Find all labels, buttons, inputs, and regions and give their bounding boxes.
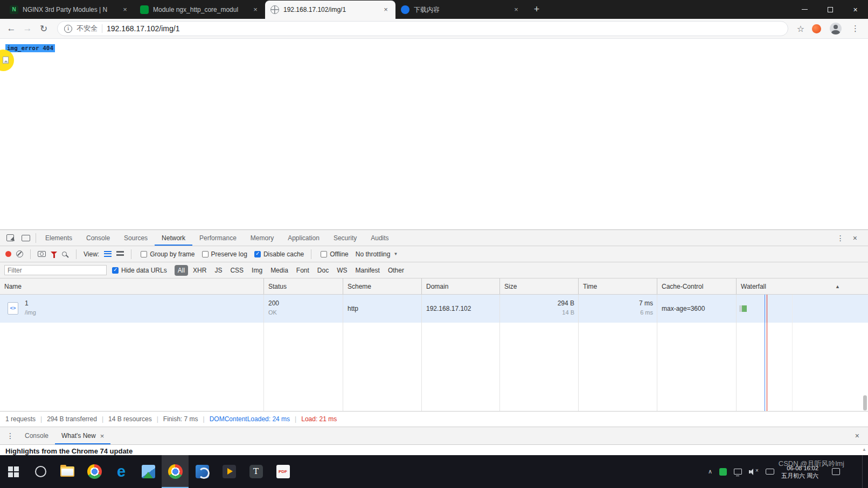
group-by-frame-checkbox[interactable]: Group by frame bbox=[141, 250, 195, 258]
edge-button[interactable]: e bbox=[108, 455, 135, 488]
blue-app-button[interactable] bbox=[189, 455, 216, 488]
column-header-domain[interactable]: Domain bbox=[422, 278, 500, 294]
column-header-name[interactable]: Name bbox=[0, 278, 264, 294]
bookmark-star-icon[interactable]: ☆ bbox=[797, 24, 804, 34]
typora-button[interactable]: T bbox=[242, 455, 269, 488]
offline-checkbox[interactable]: Offline bbox=[321, 250, 348, 258]
tray-display-icon[interactable] bbox=[734, 469, 742, 475]
filter-pill-css[interactable]: CSS bbox=[227, 265, 247, 276]
tab-close-icon[interactable]: × bbox=[512, 5, 520, 14]
filter-funnel-icon[interactable] bbox=[51, 252, 57, 255]
filter-pill-js[interactable]: JS bbox=[211, 265, 225, 276]
profile-avatar[interactable] bbox=[830, 23, 842, 34]
tab-close-icon[interactable]: × bbox=[251, 5, 260, 14]
notification-center-icon[interactable] bbox=[832, 468, 840, 475]
filter-pill-xhr[interactable]: XHR bbox=[190, 265, 210, 276]
typora-icon: T bbox=[249, 465, 263, 478]
file-explorer-button[interactable] bbox=[54, 455, 81, 488]
preserve-log-checkbox[interactable]: Preserve log bbox=[202, 250, 247, 258]
show-desktop-divider[interactable] bbox=[862, 455, 863, 488]
pdf-reader-button[interactable]: PDF bbox=[269, 455, 296, 488]
tab-close-icon[interactable]: × bbox=[121, 5, 129, 14]
column-header-scheme[interactable]: Scheme bbox=[343, 278, 422, 294]
chrome-active-button[interactable] bbox=[162, 455, 189, 488]
drawer-close-icon[interactable]: × bbox=[855, 431, 859, 440]
tab-sources[interactable]: Sources bbox=[117, 230, 155, 246]
column-header-waterfall[interactable]: Waterfall ▲ bbox=[737, 278, 868, 294]
tab-audits[interactable]: Audits bbox=[364, 230, 395, 246]
filter-pill-doc[interactable]: Doc bbox=[314, 265, 332, 276]
drawer-tab-bar: ⋮ Console What's New × × bbox=[0, 427, 868, 445]
touch-keyboard-icon[interactable] bbox=[766, 469, 774, 475]
back-button[interactable]: ← bbox=[4, 22, 18, 36]
scroll-up-icon[interactable]: ▲ bbox=[862, 447, 866, 452]
throttling-select[interactable]: No throttling ▼ bbox=[356, 250, 398, 258]
checkbox-icon bbox=[202, 251, 209, 257]
tab-application[interactable]: Application bbox=[281, 230, 327, 246]
drawer-tab-whats-new[interactable]: What's New × bbox=[55, 427, 110, 444]
start-button[interactable] bbox=[0, 455, 27, 488]
drawer-tab-close-icon[interactable]: × bbox=[100, 432, 105, 440]
tab-memory[interactable]: Memory bbox=[244, 230, 281, 246]
site-info-icon[interactable]: i bbox=[64, 25, 72, 33]
record-button[interactable] bbox=[5, 251, 11, 257]
window-maximize-button[interactable] bbox=[817, 0, 843, 19]
filter-pill-ws[interactable]: WS bbox=[334, 265, 350, 276]
filter-pill-img[interactable]: Img bbox=[248, 265, 266, 276]
filter-input[interactable] bbox=[4, 265, 107, 275]
forward-button[interactable]: → bbox=[20, 22, 34, 36]
device-toolbar-icon[interactable] bbox=[22, 235, 30, 241]
chrome-icon bbox=[87, 464, 102, 479]
window-close-button[interactable]: × bbox=[843, 0, 868, 19]
browser-tab-current[interactable]: 192.168.17.102/img/1 × bbox=[265, 1, 395, 19]
url-input[interactable] bbox=[107, 24, 781, 33]
omnibox[interactable]: i 不安全 bbox=[57, 21, 788, 36]
filter-pill-media[interactable]: Media bbox=[267, 265, 291, 276]
filter-pill-other[interactable]: Other bbox=[385, 265, 407, 276]
column-header-time[interactable]: Time bbox=[579, 278, 657, 294]
drawer-overflow-icon[interactable]: ⋮ bbox=[6, 431, 14, 440]
tab-console[interactable]: Console bbox=[79, 230, 117, 246]
reload-button[interactable]: ↻ bbox=[37, 22, 51, 36]
filter-pill-all[interactable]: All bbox=[175, 265, 188, 276]
large-rows-icon[interactable] bbox=[116, 251, 124, 257]
search-icon[interactable] bbox=[62, 252, 67, 256]
clear-button[interactable] bbox=[16, 250, 23, 257]
tab-performance[interactable]: Performance bbox=[192, 230, 244, 246]
tab-network[interactable]: Network bbox=[155, 230, 192, 246]
screenshot-capture-icon[interactable] bbox=[38, 251, 46, 257]
hide-data-urls-checkbox[interactable]: Hide data URLs bbox=[112, 267, 167, 274]
filter-pill-manifest[interactable]: Manifest bbox=[352, 265, 383, 276]
list-view-icon[interactable] bbox=[104, 251, 112, 257]
column-header-size[interactable]: Size bbox=[500, 278, 579, 294]
devtools-close-icon[interactable]: × bbox=[853, 234, 857, 242]
summary-transferred: 294 B transferred bbox=[47, 415, 108, 423]
table-row[interactable]: <> 1 /img 200 OK http 192.168.17.102 294… bbox=[0, 295, 868, 323]
chrome-pinned-button[interactable] bbox=[81, 455, 108, 488]
scrollbar-thumb[interactable] bbox=[863, 395, 867, 410]
column-header-cache-control[interactable]: Cache-Control bbox=[657, 278, 737, 294]
drawer-tab-console[interactable]: Console bbox=[18, 427, 55, 444]
browser-tab-ngx-http-core[interactable]: Module ngx_http_core_modul × bbox=[135, 1, 265, 19]
minimize-icon bbox=[802, 9, 808, 10]
tab-security[interactable]: Security bbox=[327, 230, 364, 246]
tab-elements[interactable]: Elements bbox=[38, 230, 79, 246]
window-minimize-button[interactable] bbox=[792, 0, 817, 19]
photos-app-button[interactable] bbox=[135, 455, 162, 488]
tray-green-app-icon[interactable] bbox=[719, 468, 727, 476]
tray-chevron-up-icon[interactable]: ∧ bbox=[708, 468, 712, 475]
inspect-element-icon[interactable] bbox=[6, 234, 14, 241]
browser-menu-icon[interactable]: ⋮ bbox=[851, 24, 859, 33]
column-header-status[interactable]: Status bbox=[264, 278, 343, 294]
media-player-button[interactable] bbox=[216, 455, 242, 488]
browser-tab-nginx-modules[interactable]: N NGINX 3rd Party Modules | N × bbox=[4, 1, 135, 19]
new-tab-button[interactable]: + bbox=[529, 2, 544, 17]
devtools-overflow-icon[interactable]: ⋮ bbox=[837, 234, 844, 242]
volume-muted-icon[interactable]: × bbox=[749, 469, 759, 475]
extension-icon[interactable] bbox=[812, 24, 821, 33]
disable-cache-checkbox[interactable]: Disable cache bbox=[254, 250, 304, 258]
cortana-button[interactable] bbox=[27, 455, 54, 488]
filter-pill-font[interactable]: Font bbox=[293, 265, 313, 276]
browser-tab-downloads[interactable]: 下载内容 × bbox=[395, 1, 526, 19]
tab-close-icon[interactable]: × bbox=[381, 5, 390, 14]
